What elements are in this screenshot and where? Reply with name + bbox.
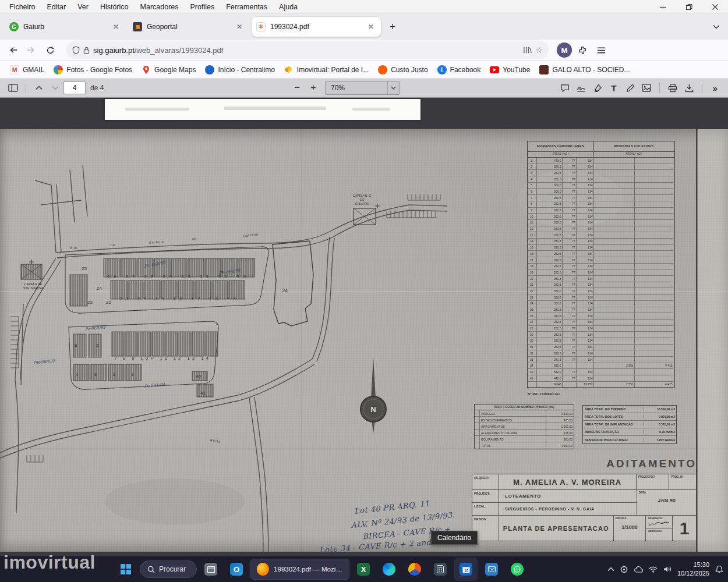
reload-button[interactable] xyxy=(42,42,58,58)
menu-item[interactable]: Ajuda xyxy=(274,1,302,13)
menu-item[interactable]: Ferramentas xyxy=(221,1,272,13)
cell xyxy=(635,338,673,345)
tab-gaiurb[interactable]: G Gaiurb ✕ xyxy=(5,17,126,37)
bookmark-star-icon[interactable]: ☆ xyxy=(535,45,543,55)
bookmark-gmail[interactable]: MGMAIL xyxy=(6,63,48,76)
menu-item[interactable]: Ficheiro xyxy=(5,1,40,13)
taskbar-calculator[interactable] xyxy=(429,558,452,581)
menu-item[interactable]: Histórico xyxy=(96,1,133,13)
cell-lot: 22 xyxy=(528,288,537,294)
table-row: 31 262,5 77 134 xyxy=(528,345,674,351)
bookmark-label: Início - Centralimo xyxy=(218,66,274,74)
status-circle-icon[interactable] xyxy=(620,566,628,573)
back-button[interactable] xyxy=(5,42,21,58)
taskbar-window-app[interactable] xyxy=(199,558,222,581)
bookmark-custo-justo[interactable]: Custo Justo xyxy=(374,63,432,76)
minimize-button[interactable] xyxy=(649,0,676,14)
taskbar-edge[interactable] xyxy=(377,558,401,581)
account-avatar[interactable]: M xyxy=(557,42,572,58)
signature-tool-icon[interactable] xyxy=(573,80,589,95)
library-icon[interactable] xyxy=(523,46,532,54)
new-tab-button[interactable]: + xyxy=(384,19,401,35)
cell: 134 xyxy=(577,320,594,326)
taskbar-whatsapp[interactable] xyxy=(506,558,529,581)
close-button[interactable] xyxy=(702,0,728,14)
menu-item[interactable]: Marcadores xyxy=(136,1,183,13)
draw-tool-icon[interactable] xyxy=(622,80,638,95)
hidden-icons-chevron-icon[interactable] xyxy=(607,567,614,572)
download-icon[interactable] xyxy=(681,80,697,95)
start-button[interactable] xyxy=(114,558,137,581)
onedrive-cloud-icon[interactable] xyxy=(634,566,643,573)
table-row: 22 350,0 77 134 xyxy=(528,288,674,294)
taskbar-clock[interactable]: 15:30 10/12/2025 xyxy=(677,560,709,578)
comment-tool-icon[interactable] xyxy=(557,80,573,95)
bookmark-imovirtual[interactable]: Imovirtual: Portal de I... xyxy=(280,63,373,76)
tab-close-icon[interactable]: ✕ xyxy=(111,22,121,32)
url-bar[interactable]: sig.gaiurb.pt/web_alvaras/1993024.pdf ☆ xyxy=(66,41,549,59)
search-icon xyxy=(147,566,155,573)
lock-icon[interactable] xyxy=(83,47,90,54)
cell: 134 xyxy=(577,232,594,239)
cell xyxy=(635,345,673,351)
taskbar-calendar[interactable]: 10 xyxy=(454,558,478,581)
zoom-select[interactable]: 70% xyxy=(325,81,400,95)
shield-icon[interactable] xyxy=(72,46,80,54)
bookmark-youtube[interactable]: YouTube xyxy=(486,64,534,76)
bookmark-google-fotos[interactable]: Fotos - Google Fotos xyxy=(50,63,136,76)
zoom-out-button[interactable]: − xyxy=(289,80,305,95)
cell: 134 xyxy=(577,350,594,357)
cell-lot: 10 xyxy=(528,214,537,220)
tab-pdf-active[interactable]: ✶ 1993024.pdf ✕ xyxy=(252,17,381,37)
highlight-tool-icon[interactable] xyxy=(589,80,606,95)
extensions-icon[interactable] xyxy=(574,42,591,58)
taskbar-active-firefox[interactable]: 1993024.pdf — Mozilla I xyxy=(250,559,349,580)
forward-button[interactable] xyxy=(23,42,40,58)
cell-box xyxy=(475,417,480,423)
wifi-icon[interactable] xyxy=(649,566,658,573)
tab-geoportal[interactable]: Geoportal ✕ xyxy=(128,17,249,37)
volume-icon[interactable] xyxy=(663,566,672,573)
next-page-button[interactable] xyxy=(47,80,63,95)
cell: 77 xyxy=(563,301,577,307)
menu-hamburger-icon[interactable] xyxy=(593,42,609,58)
cell-lot: 2 xyxy=(528,164,537,171)
cell xyxy=(635,232,673,239)
tab-close-icon[interactable]: ✕ xyxy=(234,22,245,32)
pdf-toolbar: de 4 − + 70% T » xyxy=(0,79,728,98)
zoom-in-button[interactable]: + xyxy=(305,80,321,95)
print-icon[interactable] xyxy=(665,80,681,95)
date-label: 10/12/2025 xyxy=(677,569,709,578)
cell-lot: 18 xyxy=(528,264,537,270)
taskbar-mail[interactable] xyxy=(480,558,503,581)
taskbar-outlook[interactable]: O xyxy=(225,558,248,581)
cell-area: 300,0 xyxy=(537,301,563,307)
taskbar-browser[interactable] xyxy=(403,558,426,581)
escala-label: ESCALA xyxy=(614,517,627,520)
pdf-favicon-icon: ✶ xyxy=(256,22,266,31)
sidebar-toggle-icon[interactable] xyxy=(5,80,21,95)
image-tool-icon[interactable] xyxy=(638,80,655,95)
bookmark-google-maps[interactable]: Google Maps xyxy=(137,63,200,76)
more-tools-icon[interactable]: » xyxy=(707,80,723,95)
menu-item[interactable]: Profiles xyxy=(186,1,220,13)
menu-item[interactable]: Ver xyxy=(73,1,93,13)
pdf-viewer[interactable]: 25 26 27 28 29 30 31 32 33 24 21 20 19 1… xyxy=(0,98,728,556)
cell: 134 xyxy=(577,251,594,257)
previous-page-button[interactable] xyxy=(31,80,47,95)
taskbar-search[interactable]: Procurar xyxy=(140,560,197,578)
bookmark-facebook[interactable]: fFacebook xyxy=(433,63,485,76)
list-all-tabs-icon[interactable] xyxy=(708,19,725,35)
bookmark-centralimo[interactable]: Início - Centralimo xyxy=(201,63,278,76)
page-number-input[interactable] xyxy=(63,81,86,94)
text-tool-icon[interactable]: T xyxy=(606,80,622,95)
bookmark-galo-alto[interactable]: GALO ALTO - SOCIED... xyxy=(535,63,634,76)
cell-area: 262,5 xyxy=(537,245,563,251)
cell: 134 xyxy=(577,326,594,332)
calculator-icon xyxy=(434,563,447,576)
menu-item[interactable]: Editar xyxy=(42,1,70,13)
taskbar-excel[interactable]: X xyxy=(352,558,375,581)
notifications-bell-icon[interactable] xyxy=(715,565,723,573)
tab-close-icon[interactable]: ✕ xyxy=(366,22,376,32)
restore-button[interactable] xyxy=(676,0,702,14)
